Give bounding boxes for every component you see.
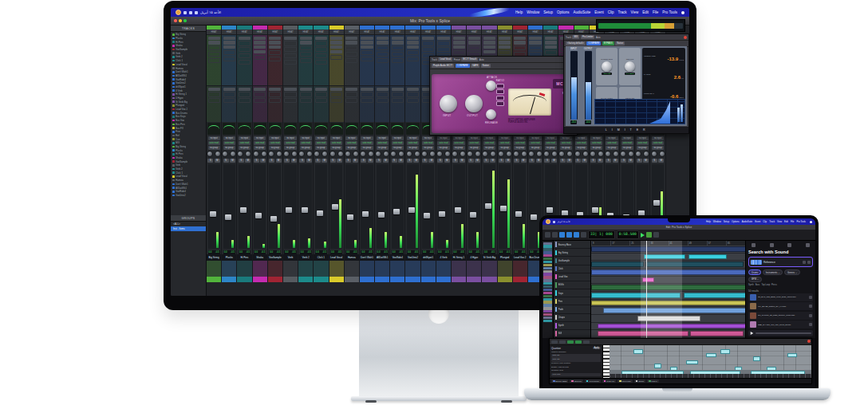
pan-knob-right[interactable] (460, 151, 466, 157)
mute-button[interactable]: M (291, 159, 297, 163)
solo-button[interactable]: S (652, 159, 657, 163)
solo-button[interactable]: S (330, 159, 336, 163)
menu-event[interactable]: Event (594, 10, 604, 14)
pan-knob-right[interactable] (506, 151, 512, 157)
ratio-buttons[interactable]: RATIO (495, 79, 505, 106)
track-name-label[interactable]: Don't Wah1 (360, 254, 374, 261)
pan-knob-right[interactable] (337, 151, 344, 157)
pan-knob-left[interactable] (253, 151, 259, 157)
mini-track-item[interactable] (543, 251, 552, 254)
track-header[interactable]: Click (554, 265, 590, 273)
fader-cap[interactable] (439, 211, 445, 217)
insert-slot[interactable] (269, 57, 281, 61)
solo-button[interactable]: S (376, 159, 381, 163)
solo-button[interactable]: S (544, 159, 550, 163)
menu-help[interactable]: Help (515, 10, 523, 14)
solo-button[interactable]: S (207, 159, 213, 163)
solo-button[interactable]: S (621, 159, 626, 163)
pan-knob-left[interactable] (314, 151, 320, 157)
comments-area[interactable] (467, 261, 481, 277)
pan-knob-right[interactable] (276, 151, 282, 157)
input-selector[interactable]: no input (239, 136, 251, 140)
grabber-tool-button[interactable] (574, 232, 579, 238)
mute-button[interactable]: M (613, 159, 618, 163)
pan-knob-left[interactable] (406, 151, 412, 157)
track-name-label[interactable]: drillSpot1 (421, 254, 436, 261)
send-slot[interactable] (284, 98, 296, 103)
insert-slot[interactable] (407, 37, 419, 40)
solo-button[interactable]: S (361, 159, 366, 163)
insert-slot[interactable] (315, 60, 327, 65)
zoom-tool-button[interactable] (581, 232, 586, 238)
fader-lane[interactable] (422, 164, 434, 249)
insert-slot[interactable] (361, 45, 373, 49)
quantize-option[interactable]: 1/16 note (551, 373, 601, 376)
automation-mode-button[interactable]: auto read (514, 141, 526, 145)
fader-cap[interactable] (500, 206, 507, 211)
send-slot[interactable] (254, 92, 266, 96)
sample-result-row[interactable]: SM_CHMTS_85_bass_tale134_Cmin.wav (748, 312, 813, 320)
solo-button[interactable]: S (637, 159, 642, 163)
tag[interactable]: Percs (771, 284, 777, 286)
send-slot[interactable] (407, 98, 419, 103)
send-slot[interactable] (377, 98, 389, 103)
insert-slot[interactable] (514, 41, 526, 44)
pan-knob-right[interactable] (475, 151, 481, 157)
insert-slot[interactable] (269, 45, 281, 49)
mute-button[interactable]: M (306, 159, 312, 163)
track-name-label[interactable]: VoxRide4 (390, 254, 404, 261)
insert-slot[interactable] (269, 50, 281, 55)
insert-slot[interactable] (208, 37, 220, 40)
fader-lane[interactable] (514, 164, 526, 249)
insert-slot[interactable] (529, 45, 541, 50)
send-slot[interactable] (208, 92, 220, 96)
send-slot[interactable] (300, 98, 312, 103)
track-name-label[interactable]: Lead Vox 2 (513, 254, 527, 261)
pan-knob-left[interactable] (421, 151, 428, 157)
insert-slot[interactable] (392, 58, 404, 63)
mini-track-item[interactable] (543, 301, 552, 303)
track-header[interactable]: Pads (554, 305, 590, 313)
mute-button[interactable]: M (413, 159, 419, 163)
input-selector[interactable]: no input (330, 136, 342, 140)
insert-slot[interactable] (239, 60, 251, 65)
track-name-label[interactable]: Plucks (222, 254, 236, 261)
pan-knob-right[interactable] (291, 151, 298, 157)
insert-slot[interactable] (483, 50, 495, 53)
comments-area[interactable] (498, 261, 512, 277)
insert-slot[interactable] (545, 41, 557, 44)
mute-button[interactable]: M (566, 159, 572, 163)
pan-knob-left[interactable] (498, 151, 504, 157)
insert-slot[interactable] (300, 52, 312, 57)
midi-note[interactable] (633, 349, 643, 354)
menu-options[interactable]: Options (732, 220, 740, 223)
solo-button[interactable]: S (529, 159, 535, 163)
send-slot[interactable] (392, 92, 404, 96)
send-slot[interactable] (284, 92, 296, 96)
insert-slot[interactable] (377, 52, 389, 57)
mute-button[interactable]: M (658, 159, 664, 163)
comments-area[interactable] (345, 261, 359, 277)
input-selector[interactable]: no input (529, 136, 541, 140)
solo-button[interactable]: S (499, 159, 504, 163)
track-name-label[interactable]: 4 Verb (436, 254, 451, 261)
mute-button[interactable]: M (628, 159, 633, 163)
insert-slot[interactable] (422, 37, 434, 40)
track-header[interactable]: VoxSample (554, 257, 590, 265)
menu-edit[interactable]: Edit (784, 220, 788, 223)
send-slot[interactable] (284, 88, 296, 91)
automation-mode-button[interactable]: auto read (223, 141, 235, 145)
menu-help[interactable]: Help (706, 220, 711, 223)
send-slot[interactable] (407, 92, 419, 96)
solo-button[interactable]: S (606, 159, 611, 163)
insert-slot[interactable] (223, 37, 235, 40)
back-icon[interactable] (752, 243, 756, 247)
automation-mode-button[interactable]: auto read (590, 141, 602, 145)
mute-button[interactable]: M (337, 159, 342, 163)
insert-slot[interactable] (208, 45, 220, 50)
zoom-icon[interactable] (183, 19, 187, 22)
input-selector[interactable]: no input (606, 136, 617, 140)
track-name-label[interactable]: Plunged (498, 254, 512, 261)
mute-button[interactable]: M (322, 159, 327, 163)
quantize-option[interactable]: What to Quantize (551, 351, 601, 354)
